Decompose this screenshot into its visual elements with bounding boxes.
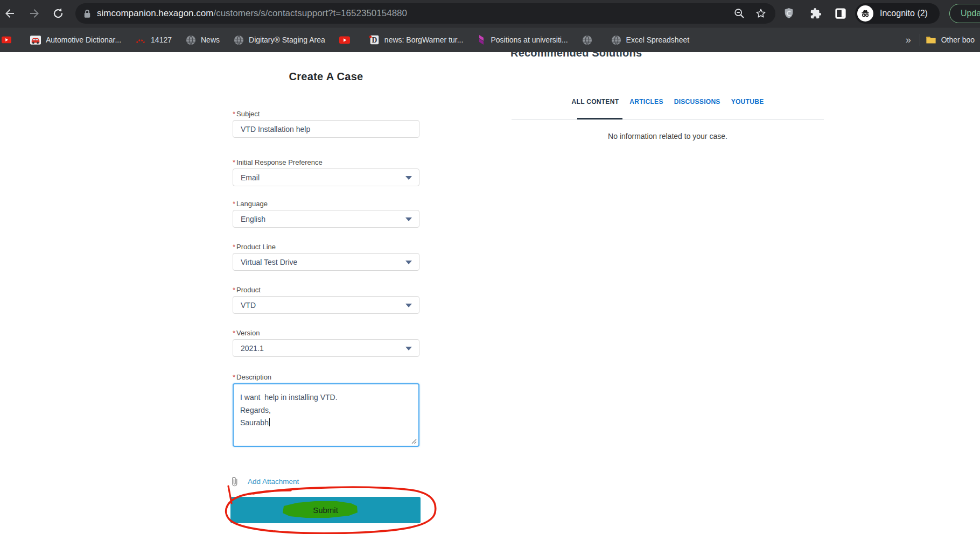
- globe-icon: [582, 35, 592, 45]
- product-line-select[interactable]: Virtual Test Drive: [233, 253, 419, 271]
- globe-icon: [234, 35, 244, 45]
- required-marker: *: [233, 200, 235, 208]
- active-tab-underline: [577, 118, 622, 120]
- svg-text:D: D: [372, 36, 377, 44]
- required-marker: *: [233, 158, 235, 166]
- zoom-out-button[interactable]: [732, 6, 746, 20]
- bookmark-positions-universities[interactable]: Positions at universiti...: [477, 34, 568, 45]
- bookmarks-separator: [920, 34, 920, 46]
- update-chrome-button[interactable]: Upda: [949, 4, 980, 23]
- dropdown-caret-icon: [405, 347, 412, 350]
- bookmark-globe[interactable]: [582, 35, 597, 45]
- field-label-product-line: *Product Line: [233, 242, 419, 251]
- tabs-divider: [512, 119, 824, 120]
- page-content: Create A Case *Subject VTD Installation …: [0, 52, 980, 534]
- description-line: I want help in installing VTD.: [240, 391, 412, 404]
- shield-icon: [783, 7, 795, 20]
- purple-ribbon-icon: [477, 34, 486, 45]
- solutions-tabs: ALL CONTENT ARTICLES DISCUSSIONS YOUTUBE: [512, 98, 824, 111]
- url-domain: simcompanion.hexagon.com: [97, 8, 213, 18]
- product-select[interactable]: VTD: [233, 296, 419, 314]
- bookmark-news[interactable]: News: [186, 35, 220, 45]
- shield-extension-button[interactable]: [782, 6, 796, 20]
- bookmark-excel-spreadsheet[interactable]: Excel Spreadsheet: [611, 35, 690, 45]
- car-icon: [30, 36, 41, 45]
- youtube-icon: [339, 36, 350, 44]
- bookmark-digitary-staging[interactable]: Digitary® Staging Area: [234, 35, 325, 45]
- globe-icon: [611, 35, 621, 45]
- bookmark-star-button[interactable]: [754, 6, 768, 20]
- bookmark-youtube-2[interactable]: [339, 36, 355, 44]
- dropdown-caret-icon: [405, 261, 412, 264]
- url-path: /customers/s/contactsupport?t=1652350154…: [213, 8, 407, 18]
- back-arrow-icon: [3, 7, 16, 20]
- bookmark-automotive-dictionary[interactable]: Automotive Dictionar...: [30, 36, 121, 45]
- incognito-label: Incognito (2): [880, 9, 928, 18]
- tab-youtube[interactable]: YOUTUBE: [731, 98, 764, 111]
- required-marker: *: [233, 329, 235, 337]
- field-label-description: *Description: [233, 372, 419, 382]
- bookmarks-bar-right: » Other boo: [902, 34, 975, 46]
- extensions-button[interactable]: [809, 6, 823, 20]
- side-panel-button[interactable]: [834, 6, 848, 20]
- address-bar[interactable]: simcompanion.hexagon.com/customers/s/con…: [75, 3, 775, 24]
- forward-arrow-icon: [28, 7, 41, 20]
- forward-button[interactable]: [27, 6, 42, 21]
- lock-icon: [83, 9, 92, 19]
- add-attachment-row: Add Attachment: [230, 476, 299, 487]
- reload-button[interactable]: [51, 6, 66, 21]
- description-textarea[interactable]: I want help in installing VTD. Regards, …: [233, 383, 419, 447]
- field-label-initial-response-preference: *Initial Response Preference: [233, 157, 419, 167]
- dropdown-caret-icon: [405, 217, 412, 221]
- bookmark-borgwarner-news[interactable]: D news: BorgWarner tur...: [369, 34, 464, 45]
- red-arc-icon: [135, 36, 146, 44]
- star-icon: [755, 8, 767, 19]
- add-attachment-link[interactable]: Add Attachment: [248, 477, 299, 486]
- other-bookmarks-folder[interactable]: Other boo: [926, 36, 975, 45]
- no-results-message: No information related to your case.: [512, 132, 824, 140]
- required-marker: *: [233, 243, 235, 251]
- puzzle-piece-icon: [810, 8, 822, 19]
- language-select[interactable]: English: [233, 210, 419, 228]
- bookmarks-overflow-button[interactable]: »: [902, 34, 914, 46]
- side-panel-icon: [835, 8, 846, 19]
- tab-discussions[interactable]: DISCUSSIONS: [674, 98, 720, 111]
- paperclip-icon: [230, 476, 239, 487]
- update-button-label: Upda: [961, 9, 980, 18]
- incognito-avatar: [857, 5, 873, 22]
- field-label-product: *Product: [233, 285, 419, 294]
- annotation-layer: [0, 52, 980, 534]
- initial-response-preference-select[interactable]: Email: [233, 168, 419, 186]
- reload-icon: [52, 7, 65, 20]
- zoom-out-icon: [733, 8, 745, 19]
- tab-articles[interactable]: ARTICLES: [629, 98, 663, 111]
- field-label-version: *Version: [233, 328, 419, 338]
- back-button[interactable]: [2, 6, 17, 21]
- tab-all-content[interactable]: ALL CONTENT: [572, 98, 619, 111]
- dropdown-caret-icon: [405, 176, 412, 180]
- submit-button[interactable]: [230, 497, 421, 523]
- version-select[interactable]: 2021.1: [233, 339, 419, 357]
- field-label-subject: *Subject: [233, 109, 419, 118]
- description-line: Regards,: [240, 404, 412, 417]
- browser-toolbar: simcompanion.hexagon.com/customers/s/con…: [0, 0, 980, 27]
- incognito-icon: [859, 8, 871, 19]
- globe-icon: [186, 35, 196, 45]
- folder-icon: [926, 36, 936, 45]
- resize-handle-icon[interactable]: [410, 438, 417, 444]
- required-marker: *: [233, 286, 235, 294]
- subject-input[interactable]: VTD Installation help: [233, 120, 419, 138]
- url-text: simcompanion.hexagon.com/customers/s/con…: [97, 8, 725, 19]
- d-news-icon: D: [369, 34, 380, 45]
- page-title: Create A Case: [233, 71, 419, 83]
- bookmarks-bar: Automotive Dictionar... 14127 News Digit…: [0, 27, 980, 52]
- browser-window: simcompanion.hexagon.com/customers/s/con…: [0, 0, 980, 534]
- required-marker: *: [233, 110, 235, 118]
- description-line: Saurabh: [240, 417, 412, 430]
- incognito-badge[interactable]: Incognito (2): [855, 3, 940, 24]
- field-label-language: *Language: [233, 199, 419, 208]
- bookmark-youtube[interactable]: [2, 36, 16, 44]
- youtube-icon: [2, 36, 11, 44]
- bookmark-14127[interactable]: 14127: [135, 36, 172, 44]
- dropdown-caret-icon: [405, 304, 412, 307]
